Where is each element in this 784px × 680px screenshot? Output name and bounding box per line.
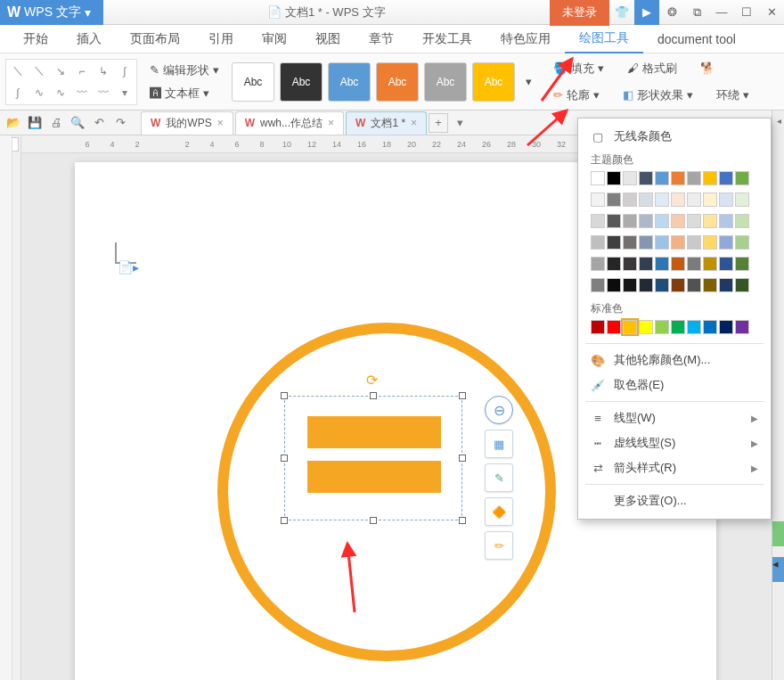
color-swatch[interactable] — [591, 235, 605, 250]
arrow-icon[interactable]: ↘ — [51, 61, 70, 81]
color-swatch[interactable] — [703, 171, 717, 185]
color-swatch[interactable] — [623, 214, 637, 228]
color-swatch[interactable] — [639, 278, 653, 292]
color-swatch[interactable] — [703, 193, 717, 207]
open-button[interactable]: 📂 — [4, 113, 23, 133]
color-swatch[interactable] — [703, 214, 717, 228]
style-preset-orange[interactable]: Abc — [376, 62, 419, 102]
login-button[interactable]: 未登录 — [550, 0, 609, 26]
color-swatch[interactable] — [687, 278, 701, 292]
color-swatch[interactable] — [687, 171, 701, 185]
menu-引用[interactable]: 引用 — [194, 25, 248, 53]
close-button[interactable]: ✕ — [759, 0, 784, 25]
resize-handle[interactable] — [281, 517, 288, 524]
resize-handle[interactable] — [370, 392, 377, 399]
color-swatch[interactable] — [607, 320, 621, 334]
color-swatch[interactable] — [623, 278, 637, 292]
wave-icon[interactable]: ∿ — [29, 83, 49, 102]
color-swatch[interactable] — [655, 278, 669, 292]
skin-button[interactable]: 👕 — [609, 0, 634, 25]
curve-icon[interactable]: ∫ — [115, 61, 135, 81]
menu-开发工具[interactable]: 开发工具 — [408, 25, 486, 53]
undo-button[interactable]: ↶ — [89, 113, 109, 133]
menu-章节[interactable]: 章节 — [355, 25, 408, 53]
color-swatch[interactable] — [591, 193, 605, 207]
minimize-button[interactable]: — — [709, 0, 734, 25]
color-swatch[interactable] — [687, 257, 701, 271]
strip-marker-blue[interactable]: ◂ — [772, 557, 784, 582]
color-swatch[interactable] — [591, 278, 605, 292]
rect-shape-2[interactable] — [307, 461, 441, 493]
color-swatch[interactable] — [735, 320, 749, 334]
menu-页面布局[interactable]: 页面布局 — [116, 25, 194, 53]
color-swatch[interactable] — [607, 235, 621, 250]
edit-shape-button[interactable]: ✎ 编辑形状 ▾ — [144, 60, 225, 81]
color-swatch[interactable] — [735, 278, 749, 292]
textbox-button[interactable]: 🅰 文本框 ▾ — [144, 83, 225, 104]
color-swatch[interactable] — [607, 214, 621, 228]
resize-handle[interactable] — [370, 517, 377, 524]
chevron-down-icon[interactable]: ▾ — [115, 83, 135, 102]
close-tab-icon[interactable]: × — [411, 117, 417, 129]
color-swatch[interactable] — [671, 235, 685, 250]
color-swatch[interactable] — [671, 214, 685, 228]
color-swatch[interactable] — [719, 214, 733, 228]
color-swatch[interactable] — [591, 171, 605, 185]
rotate-handle[interactable]: ⟳ — [366, 372, 378, 389]
tab-list-button[interactable]: ▾ — [450, 113, 470, 133]
menu-插入[interactable]: 插入 — [62, 25, 116, 53]
style-preset-white[interactable]: Abc — [232, 62, 274, 102]
color-swatch[interactable] — [703, 257, 717, 271]
save-button[interactable]: 💾 — [25, 113, 45, 133]
color-swatch[interactable] — [591, 257, 605, 271]
sine-icon[interactable]: ∿ — [51, 83, 70, 102]
menu-绘图工具[interactable]: 绘图工具 — [565, 25, 643, 53]
zigzag-icon[interactable]: 〰 — [94, 83, 113, 102]
color-swatch[interactable] — [671, 171, 685, 185]
format-brush-button[interactable]: 🖌 格式刷 — [622, 58, 682, 79]
color-swatch[interactable] — [591, 320, 605, 334]
color-swatch[interactable] — [607, 257, 621, 271]
curve-icon[interactable]: ∫ — [8, 83, 28, 102]
color-swatch[interactable] — [719, 235, 733, 250]
app-badge[interactable]: W WPS 文字 ▾ — [0, 0, 103, 25]
color-swatch[interactable] — [703, 235, 717, 250]
color-swatch[interactable] — [671, 257, 685, 271]
document-tab[interactable]: Wwwh...作总结× — [235, 111, 344, 135]
line-icon[interactable]: ＼ — [8, 61, 28, 81]
color-swatch[interactable] — [687, 214, 701, 228]
color-swatch[interactable] — [639, 214, 653, 228]
rect-shape-1[interactable] — [307, 416, 441, 448]
color-swatch[interactable] — [735, 235, 749, 250]
color-swatch[interactable] — [703, 320, 717, 334]
resize-handle[interactable] — [459, 517, 466, 524]
color-swatch[interactable] — [655, 171, 669, 185]
color-swatch[interactable] — [655, 193, 669, 207]
color-swatch[interactable] — [671, 320, 685, 334]
color-swatch[interactable] — [735, 214, 749, 228]
color-swatch[interactable] — [687, 193, 701, 207]
arrow-style-item[interactable]: ⇄ 箭头样式(R) ▶ — [578, 455, 771, 480]
line-icon[interactable]: ＼ — [29, 61, 49, 81]
color-swatch[interactable] — [735, 193, 749, 207]
close-tab-icon[interactable]: × — [328, 117, 334, 129]
help-button[interactable]: ▶ — [634, 0, 659, 25]
color-swatch[interactable] — [735, 257, 749, 271]
resize-handle[interactable] — [281, 392, 288, 399]
line-type-item[interactable]: ≡ 线型(W) ▶ — [578, 406, 771, 430]
color-swatch[interactable] — [623, 193, 637, 207]
strip-collapse-icon[interactable]: ◂ — [772, 111, 784, 130]
connector-icon[interactable]: ↳ — [94, 61, 113, 81]
no-line-color-item[interactable]: ▢ 无线条颜色 — [578, 124, 771, 149]
color-swatch[interactable] — [655, 320, 669, 334]
menu-开始[interactable]: 开始 — [9, 25, 62, 53]
eyedropper-item[interactable]: 💉 取色器(E) — [578, 373, 771, 397]
outline-button[interactable]: ✏ 轮廓▾ — [548, 85, 605, 106]
color-swatch[interactable] — [639, 171, 653, 185]
resize-handle[interactable] — [459, 455, 466, 462]
redo-button[interactable]: ↷ — [110, 113, 130, 133]
color-swatch[interactable] — [607, 193, 621, 207]
color-swatch[interactable] — [719, 193, 733, 207]
color-swatch[interactable] — [719, 257, 733, 271]
color-swatch[interactable] — [703, 278, 717, 292]
